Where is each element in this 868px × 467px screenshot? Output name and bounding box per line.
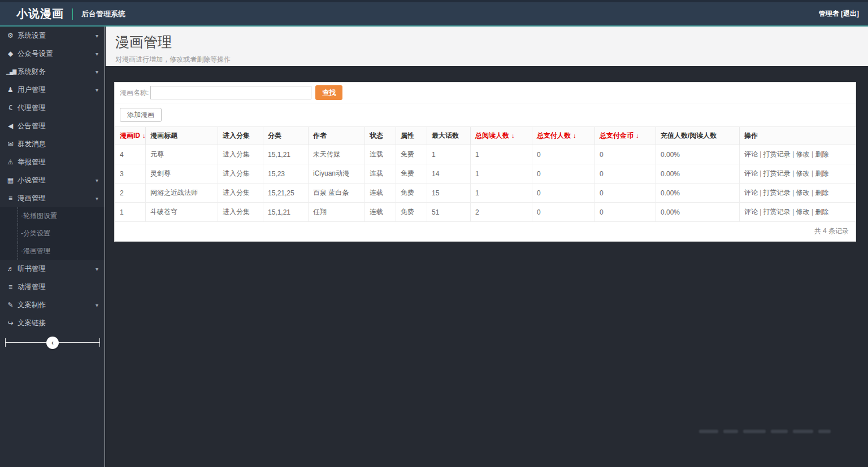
action-link-3[interactable]: 删除 (815, 169, 828, 177)
sidebar-item-comic-management[interactable]: ≡漫画管理▾ (0, 189, 105, 207)
sidebar-item-label: 听书管理 (18, 264, 105, 274)
admin-user-label: 管理者 (819, 10, 839, 18)
cell-total-readers: 1 (471, 164, 532, 184)
sidebar-item-copywriting-creation[interactable]: ✎文案制作▾ (0, 296, 105, 314)
logout-link[interactable]: [退出] (841, 10, 859, 18)
column-header[interactable]: 作者 (309, 127, 365, 145)
cell-id: 3 (115, 164, 146, 184)
cell-ratio: 0.00% (656, 203, 740, 222)
action-link-1[interactable]: 打赏记录 (763, 169, 791, 177)
sidebar-item-user-management[interactable]: ♟用户管理▾ (0, 81, 105, 99)
cell-max-episodes: 15 (427, 184, 471, 203)
sidebar-item-label: 举报管理 (18, 158, 105, 167)
action-separator: | (791, 169, 796, 177)
submenu-item[interactable]: -分类设置 (0, 225, 105, 242)
column-header[interactable]: 漫画标题 (146, 127, 218, 145)
list-icon: ≡ (6, 194, 15, 202)
table-row: 3灵剑尊进入分集15,23iCiyuan动漫连载免费141000.00%评论 |… (115, 164, 856, 184)
sidebar-item-announcement-management[interactable]: ◀公告管理 (0, 117, 105, 135)
table-row: 1斗破苍穹进入分集15,1,21任翔连载免费512000.00%评论 | 打赏记… (115, 203, 856, 222)
column-header[interactable]: 漫画ID↓ (115, 127, 146, 145)
action-link-0[interactable]: 评论 (744, 169, 758, 177)
sidebar-item-label: 漫画管理 (18, 194, 105, 203)
cell-categories: 15,1,21 (263, 203, 309, 222)
action-link-2[interactable]: 修改 (796, 208, 810, 216)
action-separator: | (758, 189, 763, 197)
cell-ratio: 0.00% (656, 145, 740, 164)
column-header[interactable]: 属性 (396, 127, 427, 145)
cell-max-episodes: 1 (427, 145, 471, 164)
search-button[interactable]: 查找 (315, 85, 342, 100)
cell-max-episodes: 14 (427, 164, 471, 184)
episodes-link[interactable]: 进入分集 (223, 189, 250, 197)
content-card: 漫画名称: 查找 添加漫画 漫画ID↓漫画标题进入分集分类作者状态属性最大话数总… (114, 82, 856, 242)
action-link-1[interactable]: 打赏记录 (763, 189, 791, 197)
sidebar-item-anime-management[interactable]: ≡动漫管理 (0, 278, 105, 296)
cell-author: 任翔 (309, 203, 365, 222)
column-header[interactable]: 充值人数/阅读人数 (656, 127, 740, 145)
pencil-icon: ✎ (6, 301, 15, 309)
sidebar-item-official-account-settings[interactable]: ◆公众号设置▾ (0, 45, 105, 63)
action-separator: | (810, 189, 815, 197)
cell-categories: 15,1,21 (263, 145, 309, 164)
collapse-chevron-icon[interactable]: ‹ (46, 337, 59, 349)
sidebar-collapse-slider[interactable]: ‹ (5, 338, 100, 348)
comic-name-input[interactable] (150, 86, 311, 99)
column-header[interactable]: 最大话数 (427, 127, 471, 145)
app-logo: 小说漫画 (0, 6, 72, 21)
cell-ratio: 0.00% (656, 184, 740, 203)
episodes-link[interactable]: 进入分集 (223, 208, 250, 216)
cell-attribute: 免费 (396, 184, 427, 203)
action-link-2[interactable]: 修改 (796, 189, 810, 197)
sidebar-item-bulk-message[interactable]: ✉群发消息 (0, 135, 105, 153)
column-header[interactable]: 分类 (263, 127, 309, 145)
action-link-0[interactable]: 评论 (744, 150, 758, 158)
column-header[interactable]: 总阅读人数↓ (471, 127, 532, 145)
add-comic-button[interactable]: 添加漫画 (120, 108, 162, 122)
action-link-2[interactable]: 修改 (796, 169, 810, 177)
cell-max-episodes: 51 (427, 203, 471, 222)
sidebar-item-system-settings[interactable]: ⚙系统设置▾ (0, 27, 105, 45)
sidebar-item-copywriting-link[interactable]: ↪文案链接 (0, 314, 105, 332)
action-separator: | (810, 169, 815, 177)
cell-author: 未天传媒 (309, 145, 365, 164)
column-header[interactable]: 状态 (365, 127, 396, 145)
episodes-link[interactable]: 进入分集 (223, 150, 250, 158)
chevron-down-icon: ▾ (96, 177, 98, 184)
sidebar-item-agent-management[interactable]: €代理管理 (0, 99, 105, 117)
sidebar-item-label: 动漫管理 (18, 282, 105, 292)
cell-total-readers: 2 (471, 203, 532, 222)
sidebar-item-system-finance[interactable]: ▁▄▇系统财务▾ (0, 63, 105, 81)
cell-title: 网游之近战法师 (146, 184, 218, 203)
action-link-0[interactable]: 评论 (744, 189, 758, 197)
column-header[interactable]: 操作 (740, 127, 856, 145)
action-link-1[interactable]: 打赏记录 (763, 150, 791, 158)
action-link-0[interactable]: 评论 (744, 208, 758, 216)
cell-episodes: 进入分集 (218, 164, 263, 184)
action-link-2[interactable]: 修改 (796, 150, 810, 158)
action-link-3[interactable]: 删除 (815, 150, 828, 158)
action-link-3[interactable]: 删除 (815, 208, 828, 216)
sidebar-item-novel-management[interactable]: ▦小说管理▾ (0, 171, 105, 189)
column-header[interactable]: 总支付人数↓ (532, 127, 595, 145)
chevron-down-icon: ▾ (96, 87, 98, 93)
column-header[interactable]: 总支付金币↓ (595, 127, 656, 145)
episodes-link[interactable]: 进入分集 (223, 169, 250, 177)
column-header[interactable]: 进入分集 (218, 127, 263, 145)
search-label: 漫画名称: (120, 88, 149, 98)
cell-total-coins: 0 (595, 184, 656, 203)
action-separator: | (758, 169, 763, 177)
sidebar-item-label: 公告管理 (18, 121, 105, 131)
cell-status: 连载 (365, 145, 396, 164)
cell-author: 百泉 蓝白条 (309, 184, 365, 203)
action-link-1[interactable]: 打赏记录 (763, 208, 791, 216)
submenu-item[interactable]: -漫画管理 (0, 242, 105, 260)
action-separator: | (791, 189, 796, 197)
action-link-3[interactable]: 删除 (815, 189, 828, 197)
submenu-item[interactable]: -轮播图设置 (0, 207, 105, 225)
sidebar-item-listen-book-management[interactable]: ♬听书管理▾ (0, 260, 105, 278)
table-row: 4元尊进入分集15,1,21未天传媒连载免费11000.00%评论 | 打赏记录… (115, 145, 856, 164)
cell-status: 连载 (365, 164, 396, 184)
sidebar-item-report-management[interactable]: ⚠举报管理 (0, 153, 105, 171)
chevron-down-icon: ▾ (96, 69, 98, 75)
